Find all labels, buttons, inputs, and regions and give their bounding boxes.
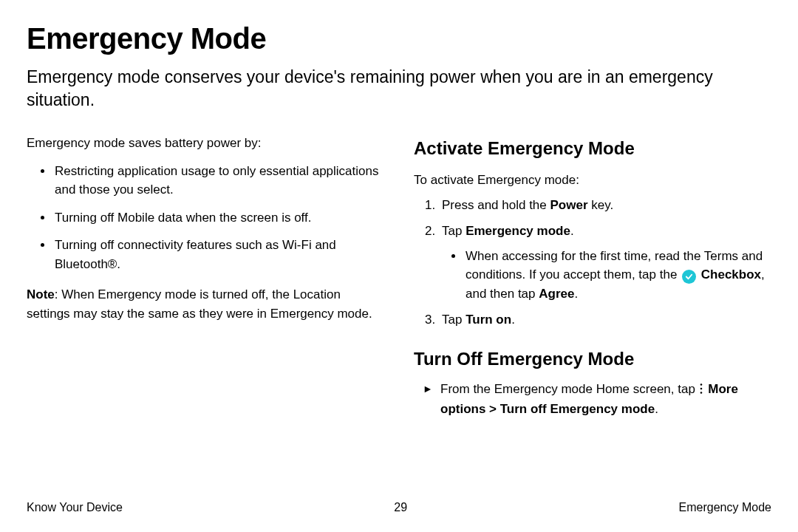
svg-point-2 [700,392,702,394]
page-title: Emergency Mode [27,22,771,55]
checkbox-icon [682,270,696,284]
turnoff-text: . [655,402,658,416]
step-3: Tap Turn on. [439,310,771,330]
step-text: key. [588,198,614,212]
turnoff-text: From the Emergency mode Home screen, tap [440,382,699,396]
svg-point-0 [700,383,702,386]
step-text: Tap [442,224,466,238]
content-columns: Emergency mode saves battery power by: R… [27,134,771,423]
list-item: Restricting application usage to only es… [53,162,384,200]
svg-point-1 [700,387,702,389]
bold-text: Agree [539,287,574,301]
footer-left: Know Your Device [27,501,123,514]
footer-page-number: 29 [394,501,407,514]
bold-text: Turn on [466,313,511,327]
turnoff-list: ► From the Emergency mode Home screen, t… [414,380,771,419]
sub-item: When accessing for the first time, read … [464,247,771,304]
right-column: Activate Emergency Mode To activate Emer… [414,134,771,423]
footer-right: Emergency Mode [679,501,771,514]
turnoff-heading: Turn Off Emergency Mode [414,346,771,372]
left-bullets: Restricting application usage to only es… [27,162,384,274]
list-item: Turning off connectivity features such a… [53,236,384,273]
arrow-icon: ► [423,381,433,397]
more-options-icon [699,381,703,400]
activate-lead: To activate Emergency mode: [414,171,771,190]
note-text: : When Emergency mode is turned off, the… [27,287,372,321]
page-footer: Know Your Device 29 Emergency Mode [27,501,771,514]
step-1: Press and hold the Power key. [439,196,771,215]
step-2-sub: When accessing for the first time, read … [442,247,771,304]
sub-text: . [574,287,578,301]
list-item: Turning off Mobile data when the screen … [53,208,384,228]
bold-text: Emergency mode [466,224,570,238]
step-text: Tap [442,313,466,327]
step-text: . [511,313,515,327]
turnoff-item: ► From the Emergency mode Home screen, t… [423,380,771,419]
step-2: Tap Emergency mode. When accessing for t… [439,222,771,303]
activate-heading: Activate Emergency Mode [414,135,771,162]
note-paragraph: Note: When Emergency mode is turned off,… [27,285,384,323]
left-column: Emergency mode saves battery power by: R… [27,134,384,423]
bold-text: Power [550,198,587,212]
note-label: Note [27,287,55,301]
left-lead: Emergency mode saves battery power by: [27,134,384,153]
activate-steps: Press and hold the Power key. Tap Emerge… [414,196,771,330]
bold-text: Checkbox [701,267,761,282]
step-text: . [570,224,574,238]
step-text: Press and hold the [442,198,550,212]
intro-text: Emergency mode conserves your device's r… [27,66,771,112]
